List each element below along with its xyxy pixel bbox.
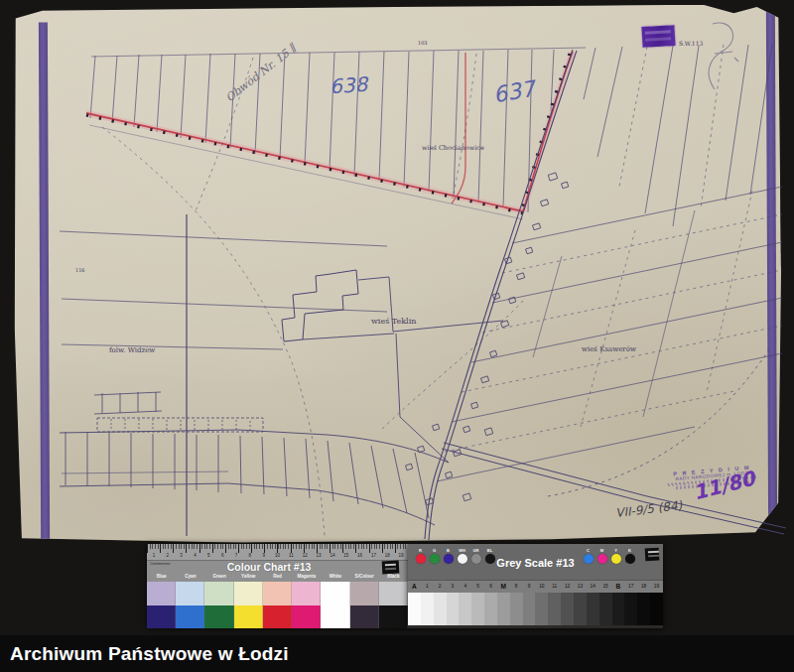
- colour-chart-title: Colour Chart #13: [227, 561, 312, 573]
- scale-number: 4: [459, 581, 471, 593]
- dot-swatch: [444, 554, 454, 564]
- grey-scale-header: R G B WH GR BL Grey Scal: [408, 544, 663, 580]
- grey-step: [510, 593, 523, 625]
- ruler-number: 14: [326, 551, 339, 560]
- ruler-number: 6: [215, 551, 229, 560]
- map-paper: [12, 4, 782, 543]
- dot-label: BL: [484, 548, 495, 553]
- colour-patch-dark: [379, 605, 408, 629]
- parcel-number-116: 116: [75, 267, 85, 273]
- scale-number: 14: [587, 581, 599, 593]
- left-purple-tape-stripe: [39, 23, 50, 540]
- dot-swatch: [611, 554, 621, 564]
- colour-patch-dark: [204, 605, 233, 629]
- grey-step: [497, 593, 510, 625]
- rgb-dots-group: R G B WH GR BL: [415, 548, 495, 564]
- grey-scale-numbers: A123456M89101112131415B171819: [408, 580, 663, 593]
- grey-step: [408, 593, 421, 625]
- scale-number: 3: [447, 581, 460, 593]
- scale-number: 13: [574, 581, 587, 593]
- scale-number: 18: [637, 581, 650, 593]
- calibration-dot: M: [596, 548, 607, 564]
- ruler-number: 12: [298, 551, 312, 560]
- colour-chart-header: Centimetres Colour Chart #13: [147, 561, 408, 573]
- ruler-number: 18: [380, 551, 394, 560]
- dot-swatch: [430, 554, 440, 564]
- grey-step: [523, 593, 536, 625]
- ruler-number: 4: [189, 551, 202, 560]
- chart-logo-patch: [645, 548, 660, 562]
- grey-step: [599, 593, 612, 625]
- grey-step: [447, 593, 460, 625]
- dot-swatch: [485, 554, 495, 564]
- calibration-dot: Y: [610, 548, 621, 564]
- ruler-number: 17: [367, 551, 381, 560]
- ruler-number: 15: [339, 551, 353, 560]
- grey-scale-title: Grey Scale #13: [496, 557, 574, 569]
- purple-ink-stamp: [641, 25, 675, 48]
- ruler-number: 5: [201, 551, 215, 560]
- chart-logo-patch: [382, 561, 400, 575]
- colour-column-label: Red: [263, 573, 292, 582]
- dot-label: Y: [610, 548, 621, 553]
- scale-number: 6: [484, 581, 497, 593]
- dot-swatch: [416, 554, 426, 564]
- grey-step: [434, 593, 447, 625]
- archive-title: Archiwum Państwowe w Łodzi: [10, 643, 289, 665]
- calibration-dot: C: [583, 548, 594, 564]
- colour-patch-light: [350, 582, 379, 605]
- pastel-patch-row: [147, 582, 408, 605]
- colour-patch-light: [204, 582, 233, 605]
- colour-patch-dark: [234, 605, 263, 629]
- colour-patch-dark: [292, 605, 321, 629]
- grey-step: [612, 593, 625, 625]
- right-purple-tape-stripe: [766, 6, 777, 526]
- scale-number: M: [497, 581, 510, 593]
- colour-patch-light: [263, 582, 292, 605]
- dot-swatch: [471, 554, 481, 564]
- colour-chart-ruler: 12345678910111213141516171819: [147, 544, 408, 561]
- dot-label: WH: [457, 548, 467, 553]
- scale-number: 19: [650, 581, 663, 593]
- archive-title-bar: Archiwum Państwowe w Łodzi: [0, 635, 794, 672]
- scale-number: A: [408, 581, 421, 593]
- ruler-number: 3: [175, 551, 189, 560]
- scale-number: B: [612, 581, 625, 593]
- colour-patch-light: [292, 582, 321, 605]
- farm-label-widzew: folw. Widzew: [109, 346, 155, 354]
- dot-label: K: [624, 548, 635, 553]
- ruler-number: 10: [271, 551, 285, 560]
- calibration-dot: G: [429, 548, 440, 564]
- colour-column-label: Green: [204, 573, 233, 582]
- grey-gradient-strip: [408, 593, 663, 625]
- colour-patch-dark: [350, 605, 379, 629]
- ruler-number: 1: [147, 551, 161, 560]
- grey-step: [650, 593, 663, 625]
- colour-patch-light: [147, 582, 176, 605]
- village-label-ksawerow: wieś Ksawerów: [582, 345, 636, 353]
- calibration-dot: K: [624, 548, 635, 564]
- colour-patch-light: [176, 582, 204, 605]
- grey-step: [624, 593, 637, 625]
- ruler-number: 19: [394, 551, 408, 560]
- dot-label: R: [415, 548, 426, 553]
- grey-step: [574, 593, 587, 625]
- grey-step: [587, 593, 599, 625]
- dot-swatch: [458, 554, 467, 564]
- calibration-dot: GR: [470, 548, 481, 564]
- grey-step: [421, 593, 434, 625]
- colour-column-labels: BlueCyanGreenYellowRedMagentaWhiteS/Colo…: [147, 573, 408, 582]
- scale-number: 1: [421, 581, 434, 593]
- dot-label: C: [583, 548, 594, 553]
- ruler-number: 2: [161, 551, 175, 560]
- colour-patch-light: [379, 582, 408, 605]
- handwriting-638: 638: [329, 72, 368, 99]
- ruler-number: 13: [312, 551, 326, 560]
- calibration-dot: R: [415, 548, 426, 564]
- scale-number: 8: [510, 581, 523, 593]
- dot-swatch: [597, 554, 607, 564]
- dot-label: B: [443, 548, 454, 553]
- scale-number: 9: [523, 581, 536, 593]
- colour-column-label: Yellow: [234, 573, 263, 582]
- sw-code-label: S.W.113: [679, 40, 703, 47]
